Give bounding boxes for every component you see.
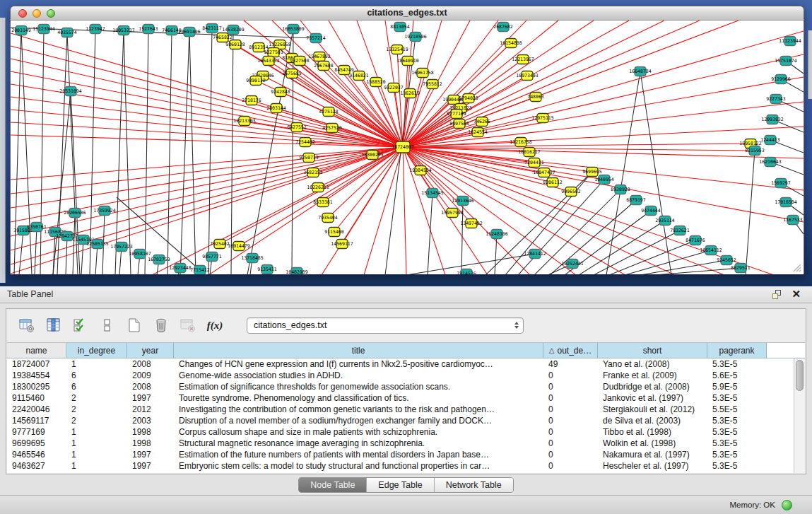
cell-pagerank[interactable]: 5.6E-5 xyxy=(707,370,767,381)
zoom-window-button[interactable] xyxy=(47,9,55,18)
table-row[interactable]: 1456911722003Disruption of a novel membe… xyxy=(7,415,794,426)
graph-edge[interactable] xyxy=(189,32,196,274)
cell-name[interactable]: 14569117 xyxy=(7,415,66,426)
column-header-name[interactable]: name xyxy=(7,343,66,358)
table-row[interactable]: 911546021997Tourette syndrome. Phenomeno… xyxy=(7,392,794,404)
cell-year[interactable]: 1998 xyxy=(127,438,174,449)
table-panel-header[interactable]: Table Panel ✕ xyxy=(0,286,812,303)
cell-out_de[interactable]: 49 xyxy=(543,358,598,370)
cell-year[interactable]: 2009 xyxy=(127,370,174,381)
cell-name[interactable]: 22420046 xyxy=(7,404,66,415)
cell-in_degree[interactable]: 2 xyxy=(66,415,127,426)
column-header-in_degree[interactable]: in_degree xyxy=(66,343,127,358)
graph-edge[interactable] xyxy=(609,240,695,274)
cell-in_degree[interactable]: 1 xyxy=(66,358,127,370)
scrollbar-thumb[interactable] xyxy=(796,360,804,391)
network-window[interactable]: citations_edges.txt 18724007183002951938… xyxy=(10,6,804,274)
cell-out_de[interactable]: 0 xyxy=(543,426,598,438)
cell-title[interactable]: Tourette syndrome. Phenomenology and cla… xyxy=(174,392,543,404)
cell-in_degree[interactable]: 2 xyxy=(66,392,127,404)
column-header-short[interactable]: short xyxy=(598,343,707,358)
table-selector-dropdown[interactable]: citations_edges.txt xyxy=(247,317,524,334)
graph-edge[interactable] xyxy=(281,92,403,147)
column-header-pagerank[interactable]: pagerank xyxy=(707,343,767,358)
cell-title[interactable]: Estimation of the future numbers of pati… xyxy=(174,449,543,460)
cell-year[interactable]: 1997 xyxy=(127,392,174,404)
cell-title[interactable]: Embryonic stem cells: a model to study s… xyxy=(174,460,543,472)
close-panel-icon[interactable]: ✕ xyxy=(792,288,801,300)
cell-in_degree[interactable]: 1 xyxy=(66,460,127,472)
citation-network-graph[interactable]: 1872400718300295193845547465822986012889… xyxy=(11,21,804,274)
cell-out_de[interactable]: 0 xyxy=(543,370,598,381)
table-row[interactable]: 1830029562008Estimation of significance … xyxy=(7,381,794,392)
left-panel-edge[interactable] xyxy=(0,18,6,283)
cell-year[interactable]: 2008 xyxy=(127,381,174,392)
cell-short[interactable]: Tibbo et al. (1998) xyxy=(598,426,707,438)
cell-pagerank[interactable]: 5.3E-5 xyxy=(707,460,767,472)
graph-edge[interactable] xyxy=(167,30,172,274)
cell-short[interactable]: Stergiakouli et al. (2012) xyxy=(598,404,707,415)
cell-in_degree[interactable]: 1 xyxy=(66,449,127,460)
cell-short[interactable]: Nakamura et al. (1997) xyxy=(598,449,707,460)
cell-short[interactable]: Yano et al. (2008) xyxy=(598,358,707,370)
table-row[interactable]: 946362711997Embryonic stem cells: a mode… xyxy=(7,460,794,472)
select-visible-columns-icon[interactable] xyxy=(73,317,88,333)
cell-title[interactable]: Disruption of a novel member of a sodium… xyxy=(174,415,543,426)
cell-name[interactable]: 18300295 xyxy=(7,381,66,392)
cell-out_de[interactable]: 0 xyxy=(543,381,598,392)
minimize-window-button[interactable] xyxy=(33,9,41,18)
cell-out_de[interactable]: 0 xyxy=(543,449,598,460)
graph-edge[interactable] xyxy=(11,46,403,147)
graph-edge[interactable] xyxy=(11,110,403,147)
cell-name[interactable]: 9115460 xyxy=(7,392,66,404)
column-header-out_de[interactable]: △out_de… xyxy=(543,343,598,358)
cell-pagerank[interactable]: 5.3E-5 xyxy=(707,358,767,370)
cell-name[interactable]: 18724007 xyxy=(7,358,66,370)
graph-edge[interactable] xyxy=(208,28,212,274)
table-row[interactable]: 946554611997Estimation of the future num… xyxy=(7,449,794,460)
graph-edge[interactable] xyxy=(11,122,403,147)
graph-edge[interactable] xyxy=(403,147,406,274)
cell-pagerank[interactable]: 5.3E-5 xyxy=(707,426,767,438)
show-column-icon[interactable] xyxy=(46,317,61,333)
graph-edge[interactable] xyxy=(640,260,726,274)
cell-out_de[interactable]: 0 xyxy=(543,438,598,449)
row-options-icon[interactable] xyxy=(100,317,115,333)
cell-title[interactable]: Structural magnetic resonance image aver… xyxy=(174,438,543,449)
table-row[interactable]: 1872400712008Changes of HCN gene express… xyxy=(7,358,794,370)
cell-year[interactable]: 1997 xyxy=(127,449,174,460)
table-row[interactable]: 1938455462009Genome-wide association stu… xyxy=(7,370,794,381)
cell-name[interactable]: 9699695 xyxy=(7,438,66,449)
cell-title[interactable]: Investigating the contribution of common… xyxy=(174,404,543,415)
cell-pagerank[interactable]: 5.3E-5 xyxy=(707,415,767,426)
cell-in_degree[interactable]: 2 xyxy=(66,404,127,415)
cell-name[interactable]: 9463627 xyxy=(7,460,66,472)
cell-year[interactable]: 2003 xyxy=(127,415,174,426)
graph-edge[interactable] xyxy=(14,30,21,274)
cell-short[interactable]: Hescheler et al. (1997) xyxy=(598,460,707,472)
cell-name[interactable]: 9777169 xyxy=(7,426,66,438)
cell-name[interactable]: 9465546 xyxy=(7,449,66,460)
cell-short[interactable]: Jankovic et al. (1997) xyxy=(598,392,707,404)
create-column-icon[interactable] xyxy=(126,317,142,333)
network-canvas[interactable]: 1872400718300295193845547465822986012889… xyxy=(11,21,804,274)
cell-out_de[interactable]: 0 xyxy=(543,460,598,472)
graph-edge[interactable] xyxy=(35,227,37,274)
table-scrollbar[interactable] xyxy=(794,358,805,473)
graph-edge[interactable] xyxy=(403,21,700,147)
delete-table-icon[interactable] xyxy=(180,317,196,333)
cell-title[interactable]: Genome-wide association studies in ADHD. xyxy=(174,370,543,381)
cell-title[interactable]: Estimation of significance thresholds fo… xyxy=(174,381,543,392)
cell-short[interactable]: Dudbridge et al. (2008) xyxy=(598,381,707,392)
graph-edge[interactable] xyxy=(208,147,403,274)
cell-short[interactable]: Franke et al. (2009) xyxy=(598,370,707,381)
cell-year[interactable]: 2012 xyxy=(127,404,174,415)
graph-edge[interactable] xyxy=(180,32,189,274)
cell-pagerank[interactable]: 5.3E-5 xyxy=(707,392,767,404)
cell-out_de[interactable]: 0 xyxy=(543,415,598,426)
float-panel-icon[interactable] xyxy=(772,290,782,300)
graph-edge[interactable] xyxy=(81,240,83,274)
cell-pagerank[interactable]: 5.3E-5 xyxy=(707,438,767,449)
cell-title[interactable]: Changes of HCN gene expression and I(f) … xyxy=(174,358,543,370)
function-builder-icon[interactable]: f(x) xyxy=(207,317,223,333)
